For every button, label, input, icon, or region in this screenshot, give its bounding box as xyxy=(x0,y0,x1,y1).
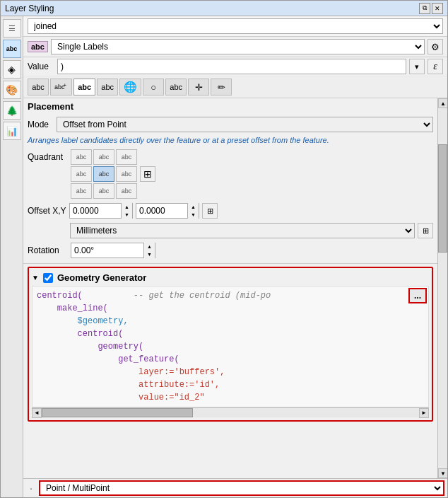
layer-styling-window: Layer Styling ⧉ ✕ ☰ abc ◈ 🎨 🌲 📊 joined xyxy=(0,0,448,498)
code-horizontal-scrollbar[interactable]: ◄ ► xyxy=(32,407,429,417)
code-content: centroid( -- get the centroid (mid-po ma… xyxy=(33,286,428,407)
bottom-bar: · Point / MultiPoint xyxy=(23,478,447,497)
restore-button[interactable]: ⧉ xyxy=(419,3,430,14)
tree-button[interactable]: 🌲 xyxy=(3,101,21,120)
title-controls: ⧉ ✕ xyxy=(419,3,443,14)
quadrant-bot-center[interactable]: abc xyxy=(93,183,114,199)
cube-button[interactable]: ◈ xyxy=(3,60,21,79)
quadrant-bot-right[interactable]: abc xyxy=(116,183,137,199)
format-globe[interactable]: 🌐 xyxy=(119,79,141,95)
layers-button[interactable]: ☰ xyxy=(3,19,21,37)
code-line-7: layer:='buffers', xyxy=(37,367,225,377)
chart-button[interactable]: 📊 xyxy=(3,122,21,140)
quadrant-side-icon: ⊞ xyxy=(140,149,155,199)
offset-y-down[interactable]: ▼ xyxy=(188,211,199,219)
geometry-generator-header: ▼ Geometry Generator xyxy=(32,271,429,286)
scroll-thumb[interactable] xyxy=(438,144,447,253)
rotation-spin-buttons: ▲ ▼ xyxy=(143,243,155,258)
code-line-6: get_feature( xyxy=(37,354,179,364)
rotation-spinbox: ▲ ▼ xyxy=(71,243,155,258)
scroll-track xyxy=(438,108,447,468)
main-scroll-area: Placement Mode Offset from Point Arrange… xyxy=(23,98,437,478)
section-separator xyxy=(23,263,437,264)
code-comment: -- get the centroid (mid-po xyxy=(134,291,271,301)
quadrant-mid-left[interactable]: abc xyxy=(71,166,92,182)
rotation-row: Rotation ▲ ▼ xyxy=(23,241,437,260)
quadrant-top-left[interactable]: abc xyxy=(71,149,92,165)
placement-description: Arranges label candidates directly over … xyxy=(23,134,437,147)
format-abc4[interactable]: abc xyxy=(97,79,118,95)
offset-y-spinbox: ▲ ▼ xyxy=(136,203,199,219)
scroll-container: Placement Mode Offset from Point Arrange… xyxy=(23,98,447,478)
scroll-down-arrow[interactable]: ▼ xyxy=(438,468,447,478)
offset-copy-btn[interactable]: ⊞ xyxy=(202,203,218,219)
geometry-type-select[interactable]: Point / MultiPoint xyxy=(39,480,444,496)
format-abc5[interactable]: abc xyxy=(165,79,187,95)
palette-button[interactable]: 🎨 xyxy=(3,81,21,99)
quadrant-copy-btn[interactable]: ⊞ xyxy=(140,166,155,182)
quadrant-section: Quadrant abc abc abc abc abc abc abc xyxy=(23,147,437,201)
geometry-generator-title: Geometry Generator xyxy=(57,272,146,283)
rotation-label: Rotation xyxy=(28,245,66,255)
horiz-scroll-thumb[interactable] xyxy=(42,408,193,417)
abc-icon-button[interactable]: abc xyxy=(3,40,21,58)
offset-x-down[interactable]: ▼ xyxy=(122,211,132,219)
quadrant-controls: abc abc abc abc abc abc abc abc abc xyxy=(71,149,155,199)
scroll-left-arrow[interactable]: ◄ xyxy=(32,408,42,418)
quadrant-grid: abc abc abc abc abc abc abc abc abc xyxy=(71,149,137,199)
label-mode-row: abc Single Labels ⚙ xyxy=(23,37,447,57)
code-line-9: value:="id_2" xyxy=(37,393,205,403)
units-select[interactable]: Millimeters xyxy=(70,223,415,238)
scroll-up-arrow[interactable]: ▲ xyxy=(438,98,447,108)
placement-title: Placement xyxy=(23,98,437,115)
format-abc3[interactable]: abc xyxy=(73,79,95,95)
code-area: centroid( -- get the centroid (mid-po ma… xyxy=(32,286,429,407)
code-expand-button[interactable]: ... xyxy=(408,288,427,303)
scroll-right-arrow[interactable]: ► xyxy=(419,408,429,418)
value-label: Value xyxy=(28,62,54,71)
layer-select[interactable]: joined xyxy=(28,18,443,34)
geometry-collapse-arrow[interactable]: ▼ xyxy=(32,274,39,282)
code-line-2: make_line( xyxy=(37,303,108,313)
rotation-down[interactable]: ▼ xyxy=(144,250,155,258)
format-circle[interactable]: ○ xyxy=(143,79,164,95)
units-copy-btn[interactable]: ⊞ xyxy=(418,223,433,238)
rotation-up[interactable]: ▲ xyxy=(144,243,155,250)
mode-select[interactable]: Offset from Point xyxy=(57,117,433,132)
quadrant-mid-center[interactable]: abc xyxy=(93,166,114,182)
mode-row: Mode Offset from Point xyxy=(23,115,437,134)
epsilon-button[interactable]: ε xyxy=(428,59,443,74)
point-icon: · xyxy=(26,483,36,493)
value-row: Value ▾ ε xyxy=(23,57,447,76)
label-settings-icon[interactable]: ⚙ xyxy=(428,39,443,54)
close-button[interactable]: ✕ xyxy=(432,3,443,14)
offset-y-spin-buttons: ▲ ▼ xyxy=(187,203,199,219)
offset-x-input[interactable] xyxy=(70,206,121,216)
format-pen[interactable]: ✏ xyxy=(211,79,232,95)
quadrant-mid-right[interactable]: abc xyxy=(116,166,137,182)
offset-x-up[interactable]: ▲ xyxy=(122,203,132,211)
vertical-scrollbar: ▲ ▼ xyxy=(437,98,447,478)
offset-label: Offset X,Y xyxy=(28,206,66,216)
offset-y-input[interactable] xyxy=(136,206,187,216)
quadrant-bot-left[interactable]: abc xyxy=(71,183,92,199)
rotation-input[interactable] xyxy=(71,245,143,255)
quadrant-top-right[interactable]: abc xyxy=(116,149,137,165)
value-input[interactable] xyxy=(57,59,406,74)
quadrant-top-center[interactable]: abc xyxy=(93,149,114,165)
right-panel: joined abc Single Labels ⚙ Value ▾ ε abc xyxy=(23,16,447,497)
offset-x-spinbox: ▲ ▼ xyxy=(69,203,133,219)
format-cross[interactable]: ✛ xyxy=(188,79,209,95)
title-bar: Layer Styling ⧉ ✕ xyxy=(1,1,447,16)
offset-y-up[interactable]: ▲ xyxy=(188,203,199,211)
offset-x-spin-buttons: ▲ ▼ xyxy=(121,203,132,219)
code-line-8: attribute:='id', xyxy=(37,380,220,390)
value-dropdown[interactable]: ▾ xyxy=(409,59,425,74)
format-abc2[interactable]: abc + xyxy=(50,79,72,95)
mode-label: Mode xyxy=(28,120,52,129)
geometry-enabled-checkbox[interactable] xyxy=(43,273,53,283)
label-mode-select[interactable]: Single Labels xyxy=(51,39,425,54)
main-content: ☰ abc ◈ 🎨 🌲 📊 joined abc Single Labels ⚙ xyxy=(1,16,447,497)
format-abc1[interactable]: abc xyxy=(28,79,49,95)
code-line-1: centroid( xyxy=(37,291,83,301)
